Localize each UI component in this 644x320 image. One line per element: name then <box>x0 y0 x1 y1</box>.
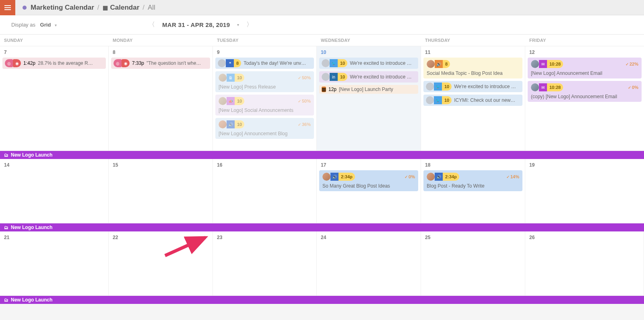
avatar <box>426 96 434 104</box>
day-number: 7 <box>2 49 106 58</box>
event-card[interactable]: 📣1050% [New Logo] Social Announcements <box>215 95 314 116</box>
add-event-button[interactable]: ＋ <box>203 234 208 241</box>
event-text: 28.7% is the average R… <box>38 60 103 66</box>
avatar <box>219 74 227 82</box>
campaign-bar[interactable]: 🗂New Logo Launch <box>0 151 644 159</box>
count-badge: 10 <box>338 59 347 67</box>
event-card[interactable]: 🔊1036% [New Logo] Announcement Blog <box>215 118 314 139</box>
calendar-color-dot <box>23 6 27 10</box>
calendar-day[interactable]: 10🐦10We're excited to introduce …in10We'… <box>317 46 421 151</box>
day-number: 18 <box>423 161 522 170</box>
event-strip[interactable]: 🐦10ICYMI: Check out our new… <box>423 95 522 106</box>
event-strip[interactable]: 🐦10We're excited to introduce … <box>423 81 522 92</box>
chevron-down-icon: ▾ <box>237 23 239 27</box>
avatar <box>322 59 330 67</box>
day-number: 17 <box>319 161 418 170</box>
calendar-day[interactable]: 12 ✉10:2822% [New Logo] Announcement Ema… <box>525 46 644 151</box>
campaign-label: New Logo Launch <box>11 152 52 158</box>
event-card[interactable]: ✉10:280% (copy) [New Logo] Announcement … <box>528 81 642 102</box>
calendar-day[interactable]: 19 <box>525 159 644 223</box>
count-badge: 10 <box>338 73 347 81</box>
event-title: [New Logo] Announcement Blog <box>219 131 311 136</box>
count-badge: 10 <box>235 120 244 128</box>
avatar <box>322 73 330 81</box>
breadcrumb-view[interactable]: Calendar <box>110 4 140 12</box>
channel-icon: 🐦 <box>434 96 442 104</box>
day-number: 14 <box>2 161 106 170</box>
calendar-day[interactable]: 23 <box>213 231 317 296</box>
calendar-day[interactable]: 22＋ <box>109 231 213 296</box>
count-badge: 10 <box>442 96 452 104</box>
event-time: 7:33p <box>132 60 144 66</box>
event-text: We're excited to introduce … <box>350 60 416 66</box>
event-text: "The question isn't whe… <box>147 60 208 66</box>
day-header: MONDAY <box>109 35 213 46</box>
prev-range-button[interactable]: 〈 <box>149 21 155 29</box>
day-number: 26 <box>528 234 641 243</box>
day-number: 16 <box>215 161 314 170</box>
event-pill: ◎◉ <box>114 59 130 67</box>
day-number: 23 <box>215 234 314 243</box>
calendar-day[interactable]: 14 <box>0 159 109 223</box>
day-number: 15 <box>111 161 210 170</box>
calendar-day[interactable]: 24 <box>317 231 421 296</box>
event-strip[interactable]: ◎◉1:42p28.7% is the average R… <box>2 58 106 69</box>
calendar-day[interactable]: 15 <box>109 159 213 223</box>
event-strip[interactable]: 🐦10We're excited to introduce … <box>319 58 418 69</box>
event-card[interactable]: 🔊8 Social Media Topic - Blog Post Idea <box>423 58 522 78</box>
event-time: 2:34p <box>443 173 459 181</box>
display-as-label: Display as <box>11 22 35 28</box>
calendar-day[interactable]: 18 🔊2:34p14% Blog Post - Ready To Write <box>421 159 525 223</box>
calendar-day[interactable]: 8◎◉7:33p"The question isn't whe… <box>109 46 213 151</box>
count-badge: 8 <box>234 59 241 67</box>
calendar-day[interactable]: 26 <box>525 231 644 296</box>
calendar-day[interactable]: 25 <box>421 231 525 296</box>
folder-icon: 🗂 <box>4 297 8 302</box>
next-range-button[interactable]: 〉 <box>246 21 253 29</box>
day-number: 9 <box>215 49 314 58</box>
event-card[interactable]: 🔊2:34p14% Blog Post - Ready To Write <box>423 170 522 191</box>
event-card[interactable]: ✉10:2822% [New Logo] Announcement Email <box>528 58 642 78</box>
event-strip[interactable]: ◎◉7:33p"The question isn't whe… <box>111 58 210 69</box>
progress-badge: 0% <box>405 174 415 179</box>
channel-icon: 🔊 <box>330 173 339 181</box>
avatar <box>427 60 435 68</box>
day-number: 25 <box>423 234 522 243</box>
event-title: [New Logo] Social Announcements <box>219 107 311 113</box>
avatar <box>219 97 227 105</box>
event-card[interactable]: 🔊2:34p0% So Many Great Blog Post Ideas <box>319 170 418 191</box>
calendar-day[interactable]: 16 <box>213 159 317 223</box>
event-strip[interactable]: ❝8Today's the day! We're unv… <box>215 58 314 69</box>
display-as-dropdown[interactable]: Display as Grid ▾ <box>11 22 57 28</box>
breadcrumb-root[interactable]: Marketing Calendar <box>31 4 94 12</box>
count-badge: 10 <box>235 74 244 82</box>
event-pill: 🐦10 <box>426 96 452 104</box>
channel-icon: ✉ <box>539 60 547 68</box>
event-strip[interactable]: ▦12p[New Logo] Launch Party <box>319 85 418 94</box>
event-strip[interactable]: in10We're excited to introduce … <box>319 71 418 83</box>
calendar-day[interactable]: 11 🔊8 Social Media Topic - Blog Post Ide… <box>421 46 525 151</box>
calendar-day[interactable]: 9❝8Today's the day! We're unv… 🗎1050% [N… <box>213 46 317 151</box>
menu-button[interactable] <box>0 0 15 15</box>
calendar-day[interactable]: 21 <box>0 231 109 296</box>
day-number: 10 <box>319 49 418 58</box>
breadcrumb-filter[interactable]: All <box>148 4 155 12</box>
campaign-bar[interactable]: 🗂New Logo Launch <box>0 296 644 304</box>
campaign-bar[interactable]: 🗂New Logo Launch <box>0 223 644 231</box>
avatar <box>427 173 435 181</box>
avatar <box>531 83 539 91</box>
calendar-day[interactable]: 17 🔊2:34p0% So Many Great Blog Post Idea… <box>317 159 421 223</box>
progress-badge: 50% <box>298 75 311 80</box>
event-pill: 🔊10 <box>219 120 244 128</box>
progress-badge: 50% <box>298 99 311 103</box>
date-range-label[interactable]: MAR 31 - APR 28, 2019 <box>162 21 230 28</box>
event-pill: 📣10 <box>219 97 244 105</box>
progress-badge: 36% <box>298 122 311 127</box>
day-header: TUESDAY <box>213 35 317 46</box>
event-card[interactable]: 🗎1050% [New Logo] Press Release <box>215 71 314 92</box>
folder-icon: 🗂 <box>4 153 8 157</box>
event-pill: ◎◉ <box>5 59 21 67</box>
calendar-day[interactable]: 7◎◉1:42p28.7% is the average R… <box>0 46 109 151</box>
event-text: [New Logo] Launch Party <box>339 87 416 92</box>
day-header: THURSDAY <box>421 35 525 46</box>
